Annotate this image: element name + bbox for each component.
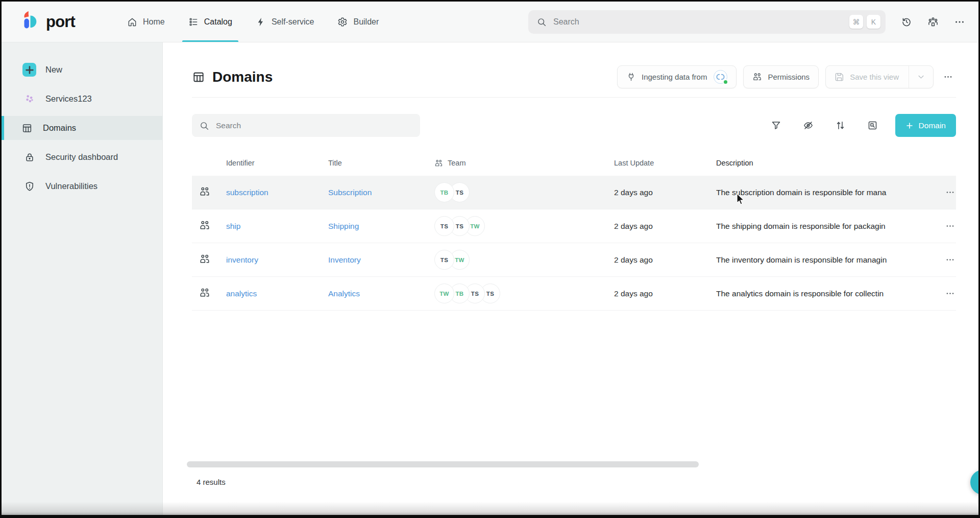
table-row[interactable]: analyticsAnalyticsTWTBTSTS2 days agoThe … (192, 277, 956, 311)
more-button[interactable] (954, 16, 965, 28)
people-icon (199, 186, 210, 197)
ingesting-data-button[interactable]: Ingesting data from (617, 65, 737, 88)
sidebar-item-vulnerabilities[interactable]: Vulnerabilities (2, 174, 162, 198)
sidebar: NewServices123DomainsSecurity dashboardV… (2, 42, 163, 515)
team-cell: TWTBTSTS (434, 284, 614, 303)
entity-icon-cell (192, 220, 226, 233)
row-description: The analytics domain is responsible for … (716, 289, 934, 298)
nav-item-self-service[interactable]: Self-service (248, 2, 323, 42)
team-cell: TBTS (434, 182, 614, 202)
table-search[interactable] (192, 114, 420, 137)
organization-button[interactable] (927, 16, 939, 28)
nav-item-builder[interactable]: Builder (329, 2, 387, 42)
hide-button[interactable] (803, 120, 814, 131)
column-identifier[interactable]: Identifier (226, 159, 328, 167)
save-view-label: Save this view (850, 73, 899, 81)
table-search-input[interactable] (215, 121, 413, 131)
title-link[interactable]: Shipping (328, 222, 434, 231)
row-description: The inventory domain is responsible for … (716, 255, 934, 265)
row-more-button[interactable] (944, 288, 956, 299)
table-body: subscriptionSubscriptionTBTS2 days agoTh… (192, 176, 956, 311)
last-update-cell: 2 days ago (614, 255, 716, 265)
people-icon (199, 220, 210, 231)
save-view-button[interactable]: Save this view (825, 65, 934, 88)
row-more-button[interactable] (944, 254, 956, 266)
top-nav-items: HomeCatalogSelf-serviceBuilder (119, 2, 387, 42)
table-row[interactable]: inventoryInventoryTSTW2 days agoThe inve… (192, 243, 956, 277)
last-update-cell: 2 days ago (614, 188, 716, 197)
sidebar-item-domains[interactable]: Domains (2, 116, 162, 140)
team-avatar[interactable]: TW (434, 284, 454, 303)
page-title-text: Domains (212, 69, 273, 85)
top-nav: port HomeCatalogSelf-serviceBuilder ⌘K (2, 2, 978, 42)
permissions-button[interactable]: Permissions (743, 65, 819, 88)
gear-icon (337, 17, 348, 27)
sidebar-item-security-dashboard[interactable]: Security dashboard (2, 145, 162, 169)
identifier-link[interactable]: subscription (226, 188, 328, 197)
table-row[interactable]: subscriptionSubscriptionTBTS2 days agoTh… (192, 176, 956, 209)
more-icon (945, 289, 955, 298)
nav-item-label: Home (143, 17, 165, 27)
identifier-link[interactable]: inventory (226, 255, 328, 265)
team-icon (434, 159, 443, 168)
nav-item-label: Self-service (272, 17, 314, 27)
title-link[interactable]: Analytics (328, 289, 434, 298)
save-icon (835, 72, 844, 82)
team-cell: TSTW (434, 250, 614, 270)
page-header: Domains Ingesting data from Permissions (192, 42, 956, 98)
sidebar-item-label: Security dashboard (45, 152, 118, 162)
search-icon (199, 121, 209, 131)
nav-item-catalog[interactable]: Catalog (180, 2, 240, 42)
keycap: K (867, 15, 880, 29)
group-button[interactable] (867, 120, 878, 131)
plug-icon (626, 72, 636, 82)
global-search[interactable]: ⌘K (528, 10, 886, 34)
results-count: 4 results (197, 478, 226, 486)
people-icon (199, 253, 210, 265)
exporter-badge (714, 70, 727, 84)
keycap: ⌘ (849, 15, 863, 29)
services-cluster-icon (22, 93, 36, 105)
catalog-icon (188, 17, 199, 27)
top-nav-right (901, 16, 965, 28)
filter-button[interactable] (771, 120, 781, 131)
more-icon (945, 187, 955, 197)
column-team[interactable]: Team (434, 159, 614, 168)
column-last-update[interactable]: Last Update (614, 159, 716, 167)
global-search-input[interactable] (552, 17, 844, 27)
identifier-link[interactable]: ship (226, 222, 328, 231)
team-avatar[interactable]: TS (434, 250, 454, 270)
nav-item-home[interactable]: Home (119, 2, 173, 42)
title-link[interactable]: Subscription (328, 188, 434, 197)
table-header-row: Identifier Title Team Last Update Descri… (192, 150, 956, 176)
add-domain-button[interactable]: Domain (895, 114, 956, 137)
title-link[interactable]: Inventory (328, 255, 434, 265)
horizontal-scrollbar[interactable] (187, 461, 699, 467)
team-avatar[interactable]: TB (434, 182, 454, 202)
filter-icon (771, 120, 781, 131)
sort-icon (835, 120, 846, 131)
port-logo[interactable]: port (21, 11, 75, 33)
history-icon (901, 16, 912, 28)
sidebar-item-services123[interactable]: Services123 (2, 87, 162, 111)
sidebar-item-label: Domains (43, 123, 76, 133)
team-avatar[interactable]: TS (434, 216, 454, 236)
domains-table: Identifier Title Team Last Update Descri… (192, 150, 956, 311)
column-title[interactable]: Title (328, 159, 434, 167)
identifier-link[interactable]: analytics (226, 289, 328, 298)
app-window: port HomeCatalogSelf-serviceBuilder ⌘K N… (0, 0, 980, 518)
chevron-down-icon (916, 72, 926, 82)
plus-icon (905, 122, 914, 130)
save-view-dropdown[interactable] (909, 66, 933, 88)
history-button[interactable] (901, 16, 912, 28)
organization-icon (927, 16, 939, 28)
sort-button[interactable] (835, 120, 846, 131)
sidebar-item-new[interactable]: New (2, 58, 162, 82)
domains-table-icon (192, 70, 205, 84)
page-more-button[interactable] (940, 65, 956, 88)
row-more-button[interactable] (944, 220, 956, 232)
row-more-button[interactable] (944, 186, 956, 198)
table-row[interactable]: shipShippingTSTSTW2 days agoThe shipping… (192, 209, 956, 243)
column-description[interactable]: Description (716, 159, 934, 167)
nav-item-label: Builder (353, 17, 379, 27)
